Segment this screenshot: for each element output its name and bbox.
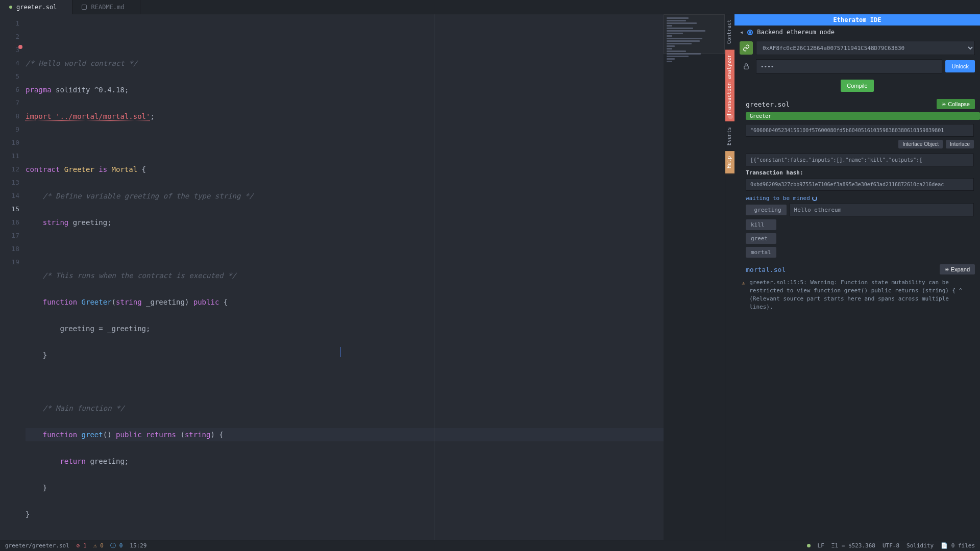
fn-kill-button[interactable]: kill bbox=[746, 219, 776, 230]
expand-icon: ✳ bbox=[945, 267, 949, 272]
compile-button[interactable]: Compile bbox=[841, 80, 873, 92]
interface-object-button[interactable]: Interface Object bbox=[898, 140, 943, 148]
tab-label: README.md bbox=[91, 0, 124, 14]
editor[interactable]: 1234 5678 9101112 13141516 171819 /* Hel… bbox=[0, 14, 725, 540]
fn-mortal-button[interactable]: mortal bbox=[746, 247, 776, 258]
text-cursor bbox=[340, 347, 340, 357]
interface-button[interactable]: Interface bbox=[946, 140, 974, 148]
chevron-left-icon[interactable]: ◂ bbox=[740, 29, 743, 36]
minimap[interactable] bbox=[664, 14, 725, 540]
status-lf[interactable]: LF bbox=[818, 542, 824, 549]
code-area[interactable]: /* Hello world contract */ pragma solidi… bbox=[26, 14, 664, 540]
contract-badge[interactable]: Greeter bbox=[746, 112, 980, 120]
fn-greeting-label: _greeting bbox=[746, 205, 787, 215]
vtab-transaction-analyzer[interactable]: Transaction analyzer bbox=[725, 49, 734, 121]
compiled-file-label: greeter.sol bbox=[746, 101, 790, 108]
status-eth-price[interactable]: Ξ1 = $523.368 bbox=[831, 542, 875, 549]
txhash-label: Transaction hash: bbox=[734, 168, 980, 177]
collapse-button[interactable]: ✳ Collapse bbox=[937, 99, 975, 109]
vtab-contract[interactable]: Contract bbox=[725, 14, 734, 49]
radio-backend[interactable] bbox=[747, 30, 753, 35]
vtab-help[interactable]: Help bbox=[725, 151, 734, 174]
warning-text: greeter.sol:15:5: Warning: Function stat… bbox=[749, 279, 973, 311]
breakpoint-icon[interactable] bbox=[18, 45, 22, 49]
fn-greeting-input[interactable] bbox=[790, 203, 974, 216]
status-encoding[interactable]: UTF-8 bbox=[883, 542, 899, 549]
mining-status: waiting to be mined bbox=[734, 193, 980, 202]
warning-icon: ⚠ bbox=[742, 279, 745, 311]
gutter: 1234 5678 9101112 13141516 171819 bbox=[0, 14, 26, 540]
status-bar: greeter/greeter.sol ⊘ 1 ⚠ 0 ⓘ 0 15:29 LF… bbox=[0, 540, 980, 551]
markdown-icon bbox=[82, 5, 87, 10]
code-line: /* Hello world contract */ bbox=[26, 59, 137, 67]
status-diagnostics[interactable]: ⊘ 1 ⚠ 0 ⓘ 0 bbox=[77, 542, 123, 549]
tab-readme[interactable]: README.md bbox=[72, 0, 140, 14]
txhash-box[interactable]: 0xbd96209a327cbb97551e7106ef3a895e3e30ef… bbox=[746, 178, 974, 191]
vertical-tabs: Contract Transaction analyzer Events Hel… bbox=[725, 14, 734, 540]
tab-greeter[interactable]: greeter.sol bbox=[0, 0, 72, 14]
abi-box[interactable]: [{"constant":false,"inputs":[],"name":"k… bbox=[746, 154, 974, 166]
status-files[interactable]: 📄 0 files bbox=[941, 542, 975, 549]
unlock-button[interactable]: Unlock bbox=[945, 60, 975, 72]
tab-label: greeter.sol bbox=[16, 0, 57, 14]
expand-button[interactable]: ✳ Expand bbox=[940, 264, 975, 274]
status-language[interactable]: Solidity bbox=[906, 542, 934, 549]
password-input[interactable] bbox=[756, 59, 942, 73]
status-dot-icon bbox=[807, 544, 811, 547]
status-cursor[interactable]: 15:29 bbox=[130, 542, 146, 549]
backend-label: Backend ethereum node bbox=[757, 29, 835, 36]
spinner-icon bbox=[812, 196, 817, 201]
vtab-events[interactable]: Events bbox=[725, 122, 734, 151]
panel-title: Etheratom IDE bbox=[734, 14, 980, 26]
link-icon bbox=[740, 41, 753, 55]
backend-node-row: ◂ Backend ethereum node bbox=[734, 26, 980, 39]
warning-row: ⚠ greeter.sol:15:5: Warning: Function st… bbox=[734, 274, 980, 315]
mortal-file-label: mortal.sol bbox=[746, 266, 786, 273]
collapse-icon: ✳ bbox=[942, 102, 946, 107]
tab-bar: greeter.sol README.md bbox=[0, 0, 980, 14]
address-select[interactable]: 0xAF8fc0cE26C12B64a0075711941C548D79C63B… bbox=[756, 41, 975, 55]
bytecode-box[interactable]: "606060405234156100f57600080fd5b60405161… bbox=[746, 124, 974, 137]
fn-greet-button[interactable]: greet bbox=[746, 233, 776, 244]
status-path[interactable]: greeter/greeter.sol bbox=[5, 542, 69, 549]
ruler bbox=[434, 14, 434, 540]
lock-icon bbox=[740, 60, 753, 73]
minimap-viewport[interactable] bbox=[664, 14, 725, 54]
file-icon bbox=[9, 6, 12, 9]
svg-rect-0 bbox=[744, 66, 748, 69]
side-panel: Contract Transaction analyzer Events Hel… bbox=[725, 14, 980, 540]
